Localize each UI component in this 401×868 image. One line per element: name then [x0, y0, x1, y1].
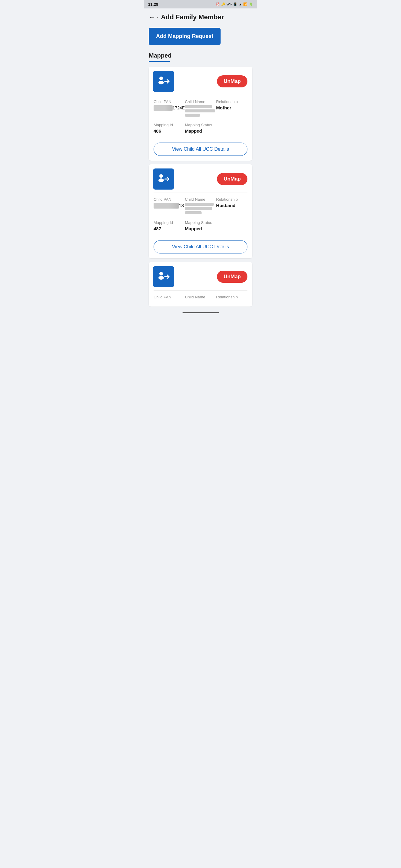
- card-header-1: UnMap: [149, 67, 252, 95]
- mapping-card-3: UnMap Child PAN Child Name Relationship: [149, 262, 252, 307]
- main-content: Add Mapping Request Mapped UnMap C: [144, 25, 257, 310]
- vibrate-icon: 📳: [233, 2, 237, 6]
- child-name-col-2: Child Name: [185, 197, 216, 216]
- card-details-2: Child PAN ▓▓▓▓▓▓▓▓1S Child Name Relation…: [149, 193, 252, 240]
- details-row-2-bottom: Mapping Id 487 Mapping Status Mapped: [153, 220, 248, 231]
- child-name-value-1: [185, 105, 216, 117]
- child-pan-col-2: Child PAN ▓▓▓▓▓▓▓▓1S: [153, 197, 185, 216]
- child-name-col-3: Child Name: [185, 295, 216, 301]
- svg-point-5: [159, 179, 164, 182]
- relationship-label-2: Relationship: [216, 197, 248, 202]
- status-bar: 11:28 ⏰ 🔑 WiFi 📳 ▲ 📶 🔋: [144, 0, 257, 8]
- relationship-label-1: Relationship: [216, 99, 248, 104]
- relationship-value-1: Mother: [216, 105, 248, 110]
- mapping-id-value-1: 486: [153, 128, 185, 133]
- svg-point-7: [159, 272, 163, 276]
- view-ucc-button-2[interactable]: View Child All UCC Details: [153, 240, 248, 253]
- svg-point-1: [159, 76, 163, 80]
- child-pan-value-1: ▓▓▓▓▓▓1724E: [153, 105, 185, 111]
- child-name-value-2: [185, 203, 216, 214]
- card-details-3: Child PAN Child Name Relationship: [149, 290, 252, 307]
- card-header-2: UnMap: [149, 164, 252, 193]
- mapping-id-col-1: Mapping Id 486: [153, 123, 185, 133]
- details-row-2-top: Child PAN ▓▓▓▓▓▓▓▓1S Child Name Relation…: [153, 197, 248, 216]
- bottom-bar: [144, 310, 257, 314]
- relationship-label-3: Relationship: [216, 295, 248, 299]
- mapping-status-value-2: Mapped: [185, 226, 216, 231]
- header: ← · Add Family Member: [144, 8, 257, 25]
- child-name-col-1: Child Name: [185, 99, 216, 118]
- alarm-icon: ⏰: [216, 2, 220, 6]
- relationship-col-2: Relationship Husband: [216, 197, 248, 216]
- mapping-id-label-1: Mapping Id: [153, 123, 185, 127]
- relationship-col-3: Relationship: [216, 295, 248, 301]
- svg-text:WiFi: WiFi: [227, 2, 232, 6]
- mapping-icon-3: [153, 266, 174, 287]
- child-name-label-1: Child Name: [185, 99, 216, 104]
- unmap-button-1[interactable]: UnMap: [217, 75, 248, 87]
- child-name-label-3: Child Name: [185, 295, 216, 299]
- dot-separator: ·: [156, 13, 159, 21]
- details-row-1-top: Child PAN ▓▓▓▓▓▓1724E Child Name Relatio…: [153, 99, 248, 118]
- mapping-card-2: UnMap Child PAN ▓▓▓▓▓▓▓▓1S Child Name: [149, 164, 252, 258]
- mapping-icon-1: [153, 71, 174, 92]
- mapping-status-col-2: Mapping Status Mapped: [185, 220, 216, 231]
- mapping-id-col-2: Mapping Id 487: [153, 220, 185, 231]
- mapping-status-label-1: Mapping Status: [185, 123, 216, 127]
- section-underline: [149, 61, 170, 62]
- child-name-label-2: Child Name: [185, 197, 216, 202]
- mapping-id-value-2: 487: [153, 226, 185, 231]
- card-header-3: UnMap: [149, 262, 252, 290]
- signal-icon: ▲: [239, 2, 242, 6]
- mapping-icon-2: [153, 168, 174, 190]
- mapping-id-label-2: Mapping Id: [153, 220, 185, 225]
- wifi-icon: WiFi: [227, 2, 232, 7]
- child-pan-label-3: Child PAN: [153, 295, 185, 299]
- svg-point-8: [159, 276, 164, 280]
- details-row-3-top: Child PAN Child Name Relationship: [153, 295, 248, 301]
- details-row-1-bottom: Mapping Id 486 Mapping Status Mapped: [153, 123, 248, 133]
- status-icons: ⏰ 🔑 WiFi 📳 ▲ 📶 🔋: [216, 2, 253, 7]
- mapping-card-1: UnMap Child PAN ▓▓▓▓▓▓1724E Child Name: [149, 67, 252, 161]
- page-title: Add Family Member: [161, 13, 224, 21]
- child-pan-col-3: Child PAN: [153, 295, 185, 301]
- mapping-status-value-1: Mapped: [185, 128, 216, 133]
- battery-icon: 🔋: [249, 2, 253, 6]
- relationship-value-2: Husband: [216, 203, 248, 208]
- mapping-status-col-1: Mapping Status Mapped: [185, 123, 216, 133]
- section-title: Mapped: [149, 52, 252, 59]
- relationship-col-1: Relationship Mother: [216, 99, 248, 118]
- unmap-button-3[interactable]: UnMap: [217, 271, 248, 283]
- child-pan-label-1: Child PAN: [153, 99, 185, 104]
- signal-bars-icon: 📶: [243, 2, 248, 6]
- card-details-1: Child PAN ▓▓▓▓▓▓1724E Child Name Relatio…: [149, 95, 252, 143]
- home-indicator: [182, 312, 219, 313]
- status-time: 11:28: [148, 2, 158, 7]
- unmap-button-2[interactable]: UnMap: [217, 173, 248, 185]
- svg-point-4: [159, 174, 163, 178]
- key-icon: 🔑: [221, 2, 225, 6]
- child-pan-label-2: Child PAN: [153, 197, 185, 202]
- child-pan-col-1: Child PAN ▓▓▓▓▓▓1724E: [153, 99, 185, 118]
- add-mapping-request-button[interactable]: Add Mapping Request: [149, 28, 221, 45]
- child-pan-value-2: ▓▓▓▓▓▓▓▓1S: [153, 203, 185, 209]
- mapping-status-label-2: Mapping Status: [185, 220, 216, 225]
- view-ucc-button-1[interactable]: View Child All UCC Details: [153, 143, 248, 156]
- svg-point-2: [159, 81, 164, 84]
- back-button[interactable]: ←: [149, 13, 155, 21]
